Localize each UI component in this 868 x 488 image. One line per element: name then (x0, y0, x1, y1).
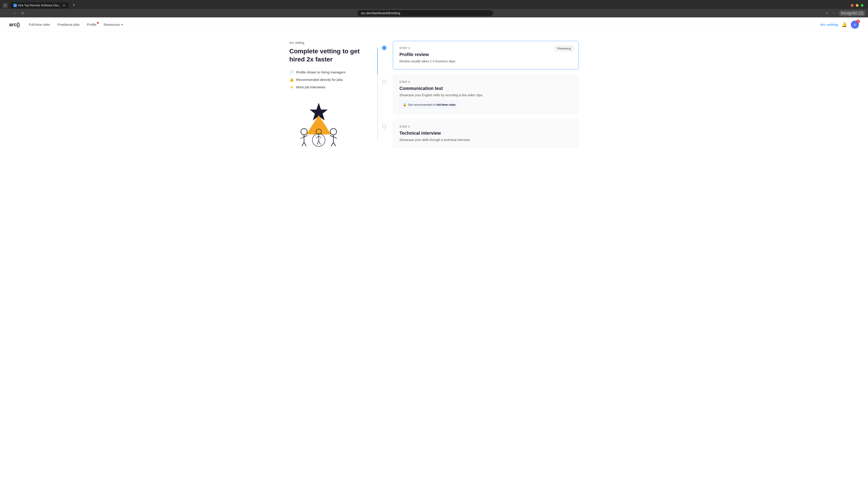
incognito-badge: Incognito (2) (839, 10, 865, 16)
main-content: Arc vetting Complete vetting to get hire… (276, 32, 592, 157)
avatar-initials: A (854, 23, 856, 26)
nav-right: Arc vetting 🔔 A 1 (820, 21, 859, 29)
benefit-item-interviews: ⚡ More job interviews (289, 85, 362, 89)
refresh-button[interactable]: ↻ (20, 11, 26, 16)
extensions-icon[interactable]: ◾ (831, 11, 836, 15)
reviewing-badge: Reviewing (555, 46, 574, 51)
bookmark-icon[interactable]: ☆ (825, 11, 829, 15)
svg-point-2 (301, 129, 307, 135)
svg-line-4 (301, 137, 304, 138)
lightning-icon: ⚡ (289, 85, 294, 89)
svg-line-11 (330, 135, 333, 137)
step-3-row: STEP 3 Technical interview Showcase your… (382, 120, 579, 148)
window-close-button[interactable] (851, 4, 854, 7)
step-2-desc: Showcase your English skills by recordin… (399, 93, 572, 98)
nav-profile[interactable]: Profile (87, 23, 96, 26)
benefits-list: 📄 Profile shown to hiring managers 👍 Rec… (289, 70, 362, 89)
profile-notification-dot (97, 22, 99, 24)
new-tab-button[interactable]: + (71, 2, 77, 9)
step-1-label: STEP 1 (399, 46, 572, 50)
step-3-title: Technical interview (399, 131, 572, 136)
svg-line-7 (304, 142, 306, 146)
app-header: arc() Full-time roles Freelance jobs Pro… (0, 18, 868, 32)
step-3-card: STEP 3 Technical interview Showcase your… (393, 120, 579, 148)
step-3-desc: Showcase your skills through a technical… (399, 138, 572, 142)
lock-icon: 🔒 (403, 103, 407, 106)
step-1-row: STEP 1 Reviewing Profile review Review u… (382, 41, 579, 69)
arc-vetting-link[interactable]: Arc vetting (820, 23, 838, 26)
forward-button[interactable]: → (11, 11, 18, 15)
tab-favicon (13, 4, 17, 7)
step-1-card: STEP 1 Reviewing Profile review Review u… (393, 41, 579, 69)
left-panel: Arc vetting Complete vetting to get hire… (289, 41, 362, 148)
thumbs-up-icon: 👍 (289, 77, 294, 82)
step-2-row: STEP 2 Communication test Showcase your … (382, 75, 579, 114)
step-2-title: Communication test (399, 86, 572, 91)
step-1-title: Profile review (399, 52, 572, 57)
svg-marker-1 (306, 115, 331, 134)
browser-chrome: ▾ Hire Top Remote Software Dev... ✕ + (0, 0, 868, 9)
step-1-desc: Review usually takes 2-3 business days. (399, 59, 572, 64)
avatar-notification-badge: 1 (856, 20, 860, 23)
benefit-item-recommended: 👍 Recommended directly for jobs (289, 77, 362, 82)
tab-title: Hire Top Remote Software Dev... (18, 4, 61, 7)
illustration (289, 98, 348, 148)
nav-freelance-jobs[interactable]: Freelance jobs (57, 23, 80, 26)
svg-point-8 (330, 129, 337, 135)
svg-line-6 (302, 142, 304, 146)
notification-button[interactable]: 🔔 (842, 22, 847, 27)
step-1-dot (382, 46, 386, 50)
address-bar: ← → ↻ ☆ ◾ Incognito (2) (0, 9, 868, 18)
window-minimize-button[interactable] (856, 4, 859, 7)
svg-line-13 (333, 142, 336, 146)
fulltime-badge: 🔒 Get recommended to full-time roles (399, 101, 459, 108)
back-button[interactable]: ← (3, 11, 9, 15)
logo[interactable]: arc() (9, 22, 20, 28)
dropdown-arrow-icon: ▼ (121, 23, 123, 26)
svg-line-5 (304, 135, 307, 137)
benefit-item-profile: 📄 Profile shown to hiring managers (289, 70, 362, 74)
nav-fulltime-roles[interactable]: Full-time roles (29, 23, 50, 26)
nav-menu: Full-time roles Freelance jobs Profile R… (29, 23, 820, 26)
steps-panel: STEP 1 Reviewing Profile review Review u… (375, 41, 579, 148)
step-2-label: STEP 2 (399, 80, 572, 84)
fulltime-badge-text: Get recommended to full-time roles (408, 103, 456, 106)
step-3-dot (382, 125, 386, 129)
svg-line-12 (331, 142, 333, 146)
address-input[interactable] (358, 10, 493, 16)
main-heading: Complete vetting to get hired 2x faster (289, 47, 362, 64)
step-3-label: STEP 3 (399, 125, 572, 128)
window-maximize-button[interactable] (861, 4, 864, 7)
section-label: Arc vetting (289, 41, 362, 44)
browser-tab-active[interactable]: Hire Top Remote Software Dev... ✕ (10, 2, 69, 8)
step-2-card: STEP 2 Communication test Showcase your … (393, 75, 579, 114)
svg-line-10 (333, 137, 337, 138)
address-bar-actions: ☆ ◾ Incognito (2) (825, 10, 865, 16)
nav-resources[interactable]: Resources ▼ (104, 23, 123, 26)
tab-group-button[interactable]: ▾ (3, 3, 8, 8)
avatar-button[interactable]: A 1 (851, 21, 859, 29)
profile-icon: 📄 (289, 70, 294, 74)
tab-close-button[interactable]: ✕ (62, 4, 66, 7)
step-2-dot (382, 80, 386, 84)
